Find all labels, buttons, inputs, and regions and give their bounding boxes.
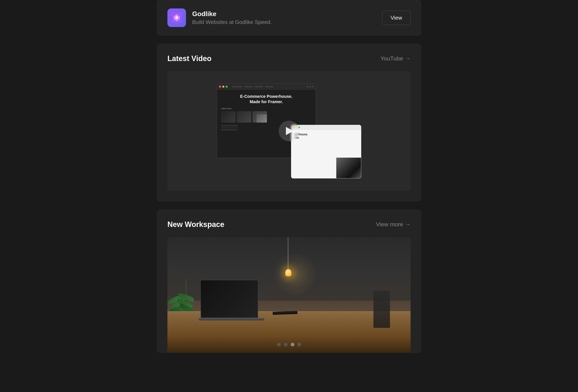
mockup-front-content: verhouse.ner. [291,130,361,143]
expand-dot [226,86,228,88]
new-workspace-section: New Workspace View more → [157,210,421,353]
workspace-bg [167,237,411,352]
carousel-dots [167,337,411,352]
partial-template-item: Godlike Build Websites at Godlike Speed.… [157,0,421,36]
youtube-label: YouTube [381,55,403,62]
new-workspace-title: New Workspace [167,220,224,229]
product-1 [221,111,236,123]
laptop [198,280,265,320]
dark-object-right [373,291,390,328]
front-image-area [336,158,361,178]
view-more-arrow-icon: → [405,221,411,228]
view-template-button[interactable]: View [382,11,411,25]
product-row [221,111,311,123]
latest-video-title: Latest Video [167,54,211,63]
front-title: verhouse.ner. [294,133,358,139]
video-thumbnail: E-Commerce Powerhouse.Made for Framer. L… [167,71,411,191]
product-3 [252,111,267,123]
video-container[interactable]: E-Commerce Powerhouse.Made for Framer. L… [167,71,411,191]
play-button[interactable] [279,121,299,141]
carousel-dot-1[interactable] [277,343,281,347]
close-dot [219,86,221,88]
workspace-image-container [167,237,411,352]
carousel-dot-3[interactable] [291,343,294,347]
carousel-dot-4[interactable] [297,343,301,347]
mockup-header-dots [217,84,316,89]
mockup-front-header [291,125,361,130]
latest-video-header: Latest Video YouTube → [167,54,411,63]
new-workspace-header: New Workspace View more → [167,220,411,229]
product-2 [237,111,251,123]
light-bulb [285,269,291,276]
template-description: Build Websites at Godlike Speed. [192,19,376,25]
latest-video-section: Latest Video YouTube → [157,44,421,201]
carousel-dot-2[interactable] [284,343,288,347]
template-info: Godlike Build Websites at Godlike Speed. [192,10,376,25]
view-more-link[interactable]: View more → [376,221,411,228]
godlike-icon [167,8,186,27]
minimize-dot [222,86,224,88]
workspace-image [167,237,411,352]
ecommerce-title: E-Commerce Powerhouse.Made for Framer. [221,94,311,104]
youtube-link[interactable]: YouTube → [381,55,411,62]
view-more-label: View more [376,221,403,228]
mockup-front-screen: verhouse.ner. [291,125,361,178]
template-name: Godlike [192,10,376,18]
latest-drops-label: Latest Drops [221,107,311,110]
youtube-arrow-icon: → [405,55,411,62]
